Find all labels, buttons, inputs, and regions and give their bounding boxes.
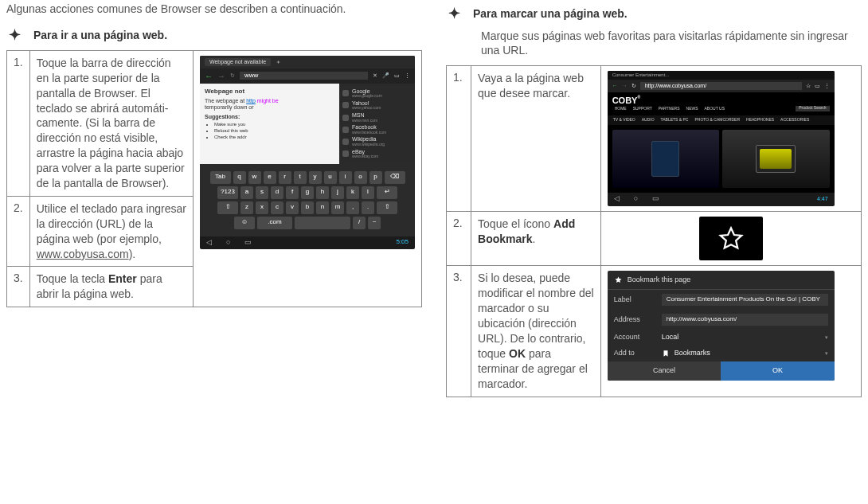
step-num: 2. <box>447 212 471 266</box>
field-label: Label <box>614 296 654 304</box>
nav-recent-icon: ▭ <box>652 195 659 203</box>
coby-site-screenshot: Consumer Entertainment... ← → ↻ http://w… <box>608 71 835 206</box>
hero-card <box>722 130 830 188</box>
step-num: 3. <box>7 267 30 307</box>
hero-card <box>612 130 720 188</box>
field-label: Account <box>614 334 654 342</box>
bookmarks-icon: ▭ <box>815 83 820 89</box>
bullet-icon: ✦ <box>446 5 462 22</box>
account-value: Local▾ <box>662 334 828 342</box>
field-label: Add to <box>614 350 654 357</box>
step-num: 2. <box>7 196 30 267</box>
coby-logo: COBY® <box>612 96 640 105</box>
heading-subtext: Marque sus páginas web favoritas para vi… <box>481 29 862 57</box>
browser-tab: Webpage not available <box>205 58 271 66</box>
address-bar: http://www.cobyusa.com/ <box>640 82 802 90</box>
addto-value: Bookmarks ▾ <box>662 350 828 357</box>
screenshot-cell: Bookmark this page Label Consumer Entert… <box>600 266 861 397</box>
step-text: Toque el ícono Add Bookmark. <box>471 212 601 266</box>
menu-icon: ⋮ <box>824 83 830 89</box>
bookmark-icon <box>662 350 670 357</box>
suggestion-item: Check the addr <box>214 135 334 140</box>
forward-icon: → <box>622 83 628 89</box>
back-icon: ← <box>205 72 213 80</box>
heading-go-to-page: ✦ Para ir a una página web. <box>6 26 422 44</box>
page-title: Webpage not <box>205 88 334 96</box>
step-text: Utilice el teclado para ingresar la dire… <box>29 196 193 267</box>
status-time: 4:47 <box>817 196 828 202</box>
tab-title: Consumer Entertainment... <box>608 71 835 80</box>
label-input: Consumer Entertainment Products On the G… <box>662 294 828 306</box>
bookmark-dialog-screenshot: Bookmark this page Label Consumer Entert… <box>608 271 835 380</box>
msg-part: The webpage at <box>205 98 246 104</box>
address-input: http://www.cobyusa.com/ <box>662 314 828 326</box>
nav-home-icon: ○ <box>226 239 230 247</box>
bookmarks-icon: ▭ <box>394 72 400 79</box>
nav-home-icon: ○ <box>634 195 638 203</box>
star-icon <box>614 275 623 284</box>
suggestion-sidebar: Googlewww.google.com Yahoo!www.yahoo.com… <box>339 84 415 164</box>
browser-keyboard-screenshot: Webpage not available ＋ ← → ↻ www ✕ 🎤 ▭ … <box>200 56 415 249</box>
cancel-button: Cancel <box>608 361 721 381</box>
nav-back-icon: ◁ <box>206 239 212 247</box>
suggestion-item: Make sure you <box>214 122 334 127</box>
step-num: 3. <box>447 266 471 397</box>
screenshot-cell <box>600 212 861 266</box>
screenshot-cell: Webpage not available ＋ ← → ↻ www ✕ 🎤 ▭ … <box>194 50 422 307</box>
step-text: Toque la tecla Enter para abrir la págin… <box>29 267 193 307</box>
address-bar: www <box>240 72 368 80</box>
star-icon: ☆ <box>806 83 811 89</box>
step-num: 1. <box>7 50 30 196</box>
menu-icon: ⋮ <box>405 72 410 79</box>
nav-recent-icon: ▭ <box>244 239 252 247</box>
magenta-hint: might be <box>257 98 279 104</box>
search-box: Product Search <box>796 106 829 112</box>
nav-back-icon: ◁ <box>614 195 620 203</box>
status-time: 5:05 <box>396 239 409 246</box>
steps-table-right: 1. Vaya a la página web que desee marcar… <box>446 65 862 397</box>
suggestions-label: Suggestions: <box>205 114 334 120</box>
steps-table-left: 1. Toque la barra de dirección en la par… <box>6 50 422 307</box>
new-tab-icon: ＋ <box>276 59 281 65</box>
star-icon-screenshot <box>699 217 763 260</box>
suggestion-item: Reload this web <box>214 128 334 134</box>
refresh-icon: ↻ <box>230 72 235 79</box>
field-label: Address <box>614 316 654 324</box>
msg-link: http <box>246 98 256 104</box>
onscreen-keyboard: Tab qwertyuiop ⌫ ?123 asdfghjkl ↵ ⇧ <box>200 164 415 236</box>
mic-icon: 🎤 <box>382 72 389 79</box>
refresh-icon: ↻ <box>631 83 636 89</box>
forward-icon: → <box>217 72 225 80</box>
heading-bookmark-page: ✦ Para marcar una página web. <box>446 5 862 22</box>
screenshot-cell: Consumer Entertainment... ← → ↻ http://w… <box>600 66 861 212</box>
heading-text: Para marcar una página web. <box>473 7 628 20</box>
msg-part: temporarily down or <box>205 104 334 111</box>
step-text: Toque la barra de dirección en la parte … <box>29 50 193 196</box>
intro-text: Algunas acciones comunes de Browser se d… <box>6 2 422 17</box>
dialog-title: Bookmark this page <box>628 276 691 284</box>
heading-text: Para ir a una página web. <box>33 29 167 41</box>
step-text: Si lo desea, puede modificar el nombre d… <box>471 266 601 397</box>
step-num: 1. <box>447 66 471 212</box>
back-icon: ← <box>612 83 618 89</box>
chevron-down-icon: ▾ <box>825 334 828 341</box>
clear-icon: ✕ <box>373 72 377 79</box>
ok-button: OK <box>721 361 835 381</box>
chevron-down-icon: ▾ <box>825 350 828 357</box>
star-outline-icon <box>717 225 745 253</box>
step-text: Vaya a la página web que desee marcar. <box>471 66 601 212</box>
bullet-icon: ✦ <box>6 26 22 44</box>
